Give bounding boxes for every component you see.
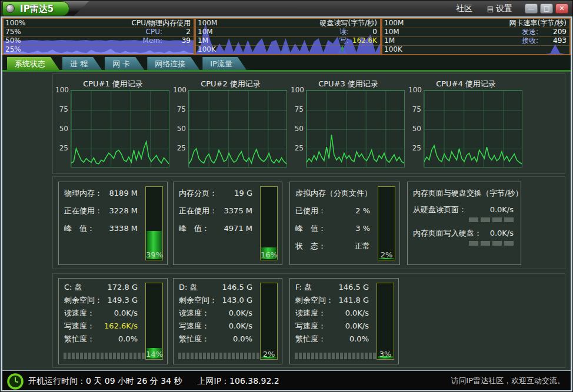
field-value: 0.0K/s: [490, 202, 514, 217]
cpu-history-group: CPU#1 使用记录 100 75 50 25 CPU#2 使用记录 100 7…: [52, 73, 565, 174]
app-window: IP雷达5 社区 ▤设置 — □ ✕ 100%CPU/物理内存使用 75%CPU…: [0, 0, 573, 392]
field-value: 149.3 G: [108, 294, 138, 307]
field-value: 0.0K/s: [490, 226, 514, 241]
field-value: 0.0%: [233, 333, 252, 346]
page-swap-panel: 内存页面与硬盘交换（字节/秒） 从硬盘读页面：0.0K/s 内存页面写入硬盘：0…: [407, 182, 521, 265]
disk-f-panel: F: 盘146.5 G 剩余空间：141.8 G 读速度：0.0K/s 写速度：…: [289, 278, 399, 364]
field-value: 0.0K/s: [229, 320, 252, 333]
plot-area: [424, 90, 522, 167]
field-label: 读速度：: [179, 307, 209, 320]
y-axis-tick: 100: [408, 86, 421, 94]
plot-area: [188, 90, 287, 167]
disk-usage-gauge: 14%: [145, 283, 163, 360]
field-value: 0.0K/s: [345, 307, 369, 320]
disk-io-chart-panel: 100M硬盘读写(字节/秒) 10M读:0 1M写:162.6K 100K: [195, 18, 381, 55]
stat-label: 发送:: [522, 28, 538, 36]
menu-community[interactable]: 社区: [456, 1, 472, 16]
uptime-value: 0 天 09 小时 26 分 34 秒: [86, 376, 182, 386]
y-axis-tick: 25: [291, 144, 304, 152]
y-axis-label: 10M: [198, 28, 213, 36]
clock-icon: [7, 373, 24, 390]
settings-icon: ▤: [487, 5, 494, 13]
field-value: 0.0K/s: [345, 320, 369, 333]
disk-busy-meter: [178, 353, 268, 359]
stat-label: 读:: [339, 28, 349, 36]
minimize-button[interactable]: —: [525, 4, 538, 14]
uptime-label: 开机运行时间：: [28, 376, 86, 386]
physical-memory-panel: 物理内存：8189 M 正在使用：3228 M 峰 值：3338 M 39%: [58, 182, 168, 265]
y-axis-tick: 50: [291, 125, 304, 133]
gauge-percent: 16%: [261, 250, 277, 259]
y-axis-tick: 50: [408, 125, 421, 133]
field-label: 读速度：: [295, 307, 326, 320]
cpu-memory-chart-panel: 100%CPU/物理内存使用 75%CPU:2 50%Mem:39 25%: [2, 18, 195, 55]
y-axis-tick: 50: [55, 125, 68, 133]
field-value: 3375 M: [224, 202, 252, 220]
field-label: 写速度：: [295, 320, 326, 333]
network-chart-panel: 100M网卡速率(字节/秒) 10M发送:209 1M接收:493 100K: [381, 18, 571, 55]
y-axis-label: 100M: [198, 19, 217, 28]
y-axis-label: 100%: [5, 19, 25, 28]
field-value: 8189 M: [109, 185, 138, 202]
close-button[interactable]: ✕: [555, 4, 568, 14]
y-axis-tick: 100: [291, 86, 304, 94]
field-label: 写速度：: [179, 320, 209, 333]
field-label: 峰 值：: [295, 220, 326, 237]
disk-c-panel: C: 盘172.8 G 剩余空间：149.3 G 读速度：0.0K/s 写速度：…: [58, 278, 168, 364]
field-label: 繁忙度：: [295, 333, 326, 346]
field-value: 3228 M: [109, 202, 138, 220]
title-bar[interactable]: IP雷达5 社区 ▤设置 — □ ✕: [1, 1, 572, 16]
disk-usage-gauge: 2%: [260, 283, 278, 360]
settings-label: 设置: [496, 4, 512, 13]
y-axis-label: 100K: [198, 45, 216, 54]
stat-value: 2: [162, 28, 191, 36]
write-pages-meter: [469, 241, 514, 246]
field-value: 141.8 G: [339, 294, 369, 307]
cpu-usage-line: [71, 142, 169, 164]
field-label: F: 盘: [295, 281, 312, 294]
field-label: 读速度：: [64, 307, 95, 320]
field-value: 3 %: [355, 220, 370, 237]
status-text: 开机运行时间：0 天 09 小时 26 分 34 秒上网IP：106.38.92…: [28, 371, 295, 391]
field-label: D: 盘: [179, 281, 198, 294]
chart-title: CPU#3 使用记录: [291, 79, 406, 89]
y-axis-label: 75%: [5, 28, 21, 36]
window-frame-right: [571, 18, 572, 391]
status-bar: 开机运行时间：0 天 09 小时 26 分 34 秒上网IP：106.38.92…: [2, 370, 571, 390]
field-value: 0.0%: [118, 333, 138, 346]
field-label: 繁忙度：: [179, 333, 209, 346]
cpu1-history-chart: CPU#1 使用记录 100 75 50 25: [55, 79, 171, 169]
stat-label: 写:: [339, 36, 349, 45]
maximize-button[interactable]: □: [540, 4, 553, 14]
tab-bar: 系统状态 进 程 网 卡 网络连接 IP流量: [2, 55, 571, 72]
field-label: 繁忙度：: [64, 333, 95, 346]
app-title: IP雷达5: [20, 4, 54, 14]
y-axis-tick: 75: [55, 105, 68, 113]
y-axis-tick: 25: [55, 144, 68, 152]
field-value: 2 %: [355, 202, 370, 220]
menu-settings[interactable]: ▤设置: [487, 1, 512, 16]
y-axis-tick: 75: [408, 105, 421, 113]
cpu-usage-line: [189, 149, 286, 164]
field-value: 143.0 G: [222, 294, 252, 307]
y-axis-tick: 25: [173, 144, 186, 152]
cpu-usage-line: [424, 146, 522, 164]
field-label: 状 态：: [295, 237, 326, 255]
stat-value: 209: [538, 28, 567, 36]
field-label: 剩余空间：: [64, 294, 102, 307]
window-frame-bottom: [1, 390, 572, 391]
field-label: 写速度：: [64, 320, 95, 333]
y-axis-label: 50%: [5, 36, 21, 45]
window-frame-top: [1, 16, 572, 18]
stat-label: Mem:: [143, 36, 162, 45]
disk-busy-meter: [64, 353, 153, 359]
chart-title: 网卡速率(字节/秒): [509, 19, 567, 28]
community-hint[interactable]: 访问IP雷达社区，欢迎互动交流。: [451, 371, 565, 391]
cpu4-history-chart: CPU#4 使用记录 100 75 50 25: [408, 79, 524, 169]
radar-icon: [6, 4, 15, 13]
field-label: 正在使用：: [179, 202, 217, 220]
y-axis-tick: 100: [55, 86, 68, 94]
chart-title: CPU#4 使用记录: [408, 79, 524, 89]
stat-value: 39: [162, 36, 191, 45]
gauge-percent: 14%: [146, 350, 162, 359]
